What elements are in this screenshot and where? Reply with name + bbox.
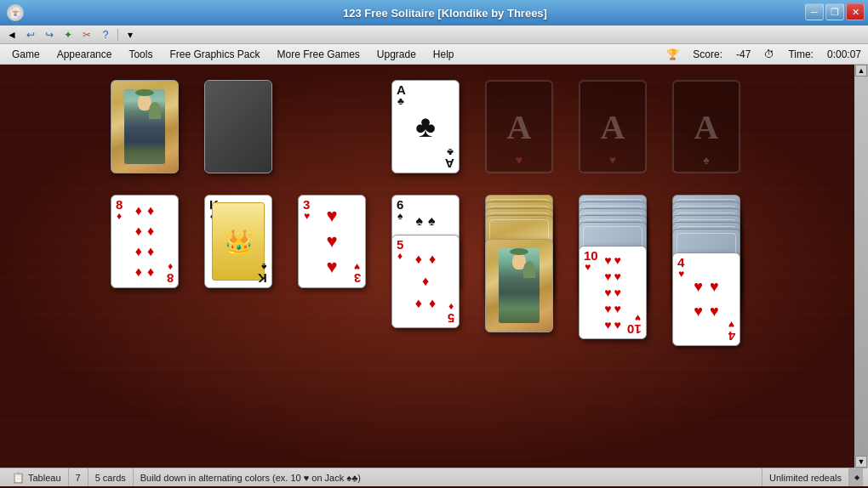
king-art: 👑 (212, 202, 265, 281)
score-label: Score: (693, 48, 722, 60)
quick-access-toolbar: ◄ ↩ ↪ ✦ ✂ ? ▾ (0, 26, 868, 44)
help-button[interactable]: ? (97, 27, 114, 43)
tableau-seg: 📋 Tableau (5, 468, 69, 486)
title-bar: 🃏 123 Free Solitaire [Klondike by Threes… (0, 0, 868, 26)
app-icon: 🃏 (7, 4, 24, 21)
f1-suit-br: ♣ (447, 147, 454, 157)
stock-pile[interactable] (111, 80, 179, 173)
rule-text: Build down in alternating colors (ex. 10… (140, 473, 361, 483)
tableau-3[interactable]: 3 ♥ ♥ ♥ ♥ 3 ♥ (298, 195, 366, 288)
cards-label: 5 cards (95, 473, 126, 483)
f1-suit-tl: ♣ (397, 96, 404, 106)
redeals-seg: Unlimited redeals (762, 468, 849, 486)
menu-more-games[interactable]: More Free Games (268, 47, 368, 62)
tableau-1[interactable]: 8 ♦ ♦♦ ♦♦ ♦♦ ♦♦ 8 ♦ (111, 195, 179, 288)
dropdown-button[interactable]: ▾ (122, 27, 139, 43)
foundation-3[interactable]: A ♥ (579, 80, 647, 173)
foundation-4[interactable]: A ♠ (672, 80, 740, 173)
f1-rank-br: A (445, 157, 454, 170)
tableau-4-bot[interactable]: 5 ♦ ♦♦ ♦ ♦♦ 5 ♦ (391, 235, 460, 328)
menu-bar: Game Appearance Tools Free Graphics Pack… (0, 44, 868, 65)
tableau-number: 7 (76, 473, 81, 483)
close-button[interactable]: ✕ (846, 3, 865, 20)
redo-button[interactable]: ↪ (41, 27, 58, 43)
undo-button[interactable]: ↩ (22, 27, 39, 43)
f3-letter: A (601, 107, 625, 147)
tableau-label: Tableau (28, 473, 61, 483)
score-display: 🏆 Score: -47 ⏱ Time: 0:00:07 (666, 44, 861, 65)
f1-center: ♣ (415, 109, 436, 145)
menu-free-graphics[interactable]: Free Graphics Pack (161, 47, 268, 62)
menu-appearance[interactable]: Appearance (49, 47, 121, 62)
window-controls: ─ ❐ ✕ (805, 3, 865, 20)
status-bar: 📋 Tableau 7 5 cards Build down in altern… (0, 468, 868, 486)
count-seg: 7 (69, 468, 89, 486)
tableau-icon: 📋 (12, 472, 25, 484)
cut-button[interactable]: ✂ (78, 27, 95, 43)
cards-seg: 5 cards (89, 468, 134, 486)
clock-icon: ⏱ (764, 48, 774, 60)
window-title: 123 Free Solitaire [Klondike by Threes] (29, 7, 861, 20)
tableau-2[interactable]: K ♠ 👑 K ♠ (204, 195, 272, 288)
f4-letter: A (694, 107, 719, 147)
waste-pile[interactable] (204, 80, 272, 173)
foundation-1[interactable]: A ♣ ♣ A ♣ (391, 80, 460, 173)
scroll-down[interactable]: ▼ (855, 456, 867, 468)
score-icon: 🏆 (666, 48, 679, 60)
f2-suit: ♥ (516, 153, 523, 167)
redeals-label: Unlimited redeals (769, 473, 842, 483)
menu-tools[interactable]: Tools (120, 47, 161, 62)
f2-letter: A (507, 107, 532, 147)
status-scrollbar[interactable]: ◆ (849, 468, 863, 486)
f4-suit: ♠ (703, 153, 709, 167)
back-button[interactable]: ◄ (3, 27, 20, 43)
menu-game[interactable]: Game (3, 47, 49, 62)
foundation-2[interactable]: A ♥ (485, 80, 553, 173)
scroll-up[interactable]: ▲ (855, 65, 867, 77)
tableau-6-face[interactable]: 10 ♥ ♥♥ ♥♥ ♥♥ ♥♥ ♥♥ 10 ♥ (579, 246, 647, 339)
new-game-button[interactable]: ✦ (60, 27, 77, 43)
toolbar-separator (117, 29, 118, 41)
score-value: -47 (736, 48, 751, 60)
scrollbar[interactable]: ▲ ▼ (854, 65, 868, 468)
tableau-5-face[interactable] (485, 239, 553, 332)
menu-upgrade[interactable]: Upgrade (368, 47, 425, 62)
f1-rank: A (397, 83, 406, 96)
game-area[interactable]: A ♣ ♣ A ♣ A ♥ A ♥ A ♠ 8 ♦ ♦♦ ♦♦ ♦♦ ♦♦ 8 … (0, 65, 868, 468)
time-label: Time: (788, 48, 814, 60)
rule-seg: Build down in alternating colors (ex. 10… (134, 468, 762, 486)
restore-button[interactable]: ❐ (825, 3, 844, 20)
f3-suit: ♥ (609, 153, 616, 167)
tableau-7-face[interactable]: 4 ♥ ♥♥ ♥♥ 4 ♥ (672, 253, 740, 346)
time-value: 0:00:07 (827, 48, 861, 60)
minimize-button[interactable]: ─ (805, 3, 824, 20)
menu-help[interactable]: Help (425, 47, 463, 62)
